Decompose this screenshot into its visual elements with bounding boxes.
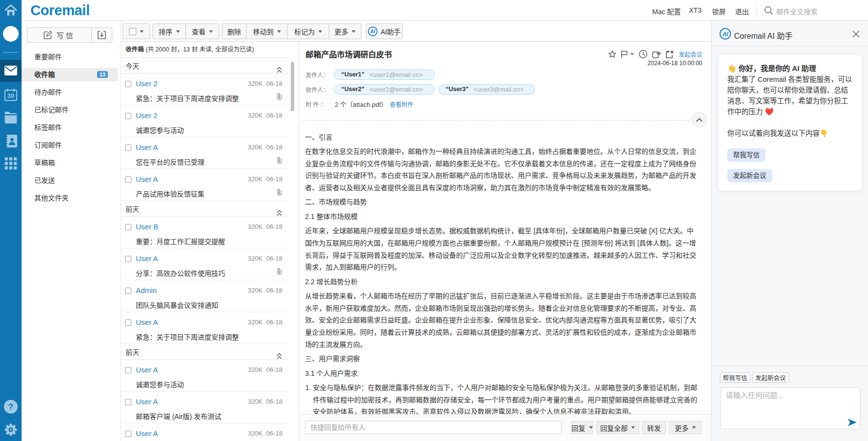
svg-text:?: ? (8, 402, 13, 412)
svg-text:AI: AI (722, 31, 729, 38)
svg-text:30: 30 (7, 92, 14, 99)
svg-text:AI: AI (370, 29, 375, 34)
